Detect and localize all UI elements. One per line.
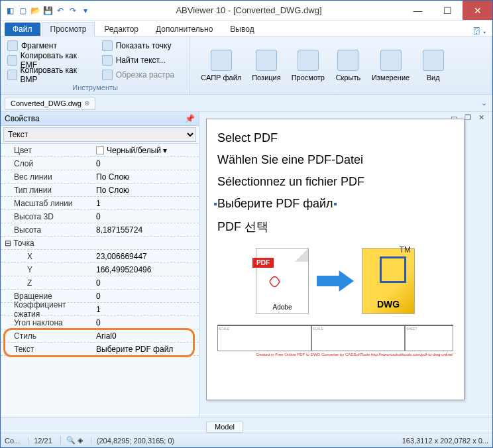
emf-icon (7, 55, 17, 66)
property-row[interactable]: Масштаб линии1 (1, 197, 199, 210)
tab-view[interactable]: Просмотр (42, 22, 95, 36)
dna-icon (211, 50, 232, 71)
tab-file[interactable]: Файл (5, 23, 40, 36)
titlebar: ◧ ▢ 📂 💾 ↶ ↷ ▾ ABViewer 10 - [Converted_D… (1, 1, 492, 21)
target-icon (102, 40, 113, 51)
undo-icon[interactable]: ↶ (55, 5, 66, 16)
drawing-page: Select PDF Wählen Sie eine PDF-Datei Sél… (206, 119, 465, 400)
text-entity[interactable]: Select PDF (217, 131, 453, 145)
tab-extra[interactable]: Дополнительно (148, 23, 221, 36)
status-cmd: Co... (5, 437, 20, 445)
model-tab[interactable]: Model (206, 421, 243, 433)
measure-button[interactable]: Измерение (366, 39, 415, 91)
property-row[interactable]: Вес линииПо Слою (1, 170, 199, 184)
fragment-icon (7, 40, 18, 51)
preview-button[interactable]: Просмотр (286, 39, 330, 91)
status-count: 12/21 (28, 437, 52, 445)
ribbon-tabs: Файл Просмотр Редактор Дополнительно Выв… (1, 21, 492, 36)
title-block: SCALESCALESHEET (217, 325, 453, 351)
help-icon[interactable]: ⍰ ▾ (474, 25, 492, 36)
hide-icon (337, 50, 358, 71)
crop-icon (102, 70, 113, 80)
fragment-button[interactable]: Фрагмент (6, 39, 90, 52)
tab-output[interactable]: Вывод (222, 23, 262, 36)
cad-file-button[interactable]: САПР файл (195, 39, 246, 91)
text-entity[interactable]: PDF 선택 (217, 219, 453, 235)
quick-access-toolbar: ◧ ▢ 📂 💾 ↶ ↷ ▾ (1, 5, 95, 16)
find-icon (102, 55, 113, 66)
close-tab-icon[interactable]: ⊗ (84, 99, 89, 107)
ribbon-group-label: Инструменты (6, 82, 184, 91)
properties-panel: Свойства 📌 Текст ЦветЧерный/белый ▾Слой0… (1, 112, 199, 417)
close-button[interactable]: ✕ (463, 1, 492, 20)
grip-handle[interactable] (213, 202, 217, 206)
property-row[interactable]: Тип линииПо Слою (1, 184, 199, 197)
copy-bmp-button[interactable]: Копировать как BMP (6, 68, 90, 82)
grip-handle[interactable] (333, 202, 337, 206)
position-button[interactable]: Позиция (246, 39, 286, 91)
redo-icon[interactable]: ↷ (68, 5, 78, 16)
drawing-canvas[interactable]: ▭ ❐ ✕ Select PDF Wählen Sie eine PDF-Dat… (199, 112, 492, 417)
expand-icon (423, 50, 444, 71)
properties-header: Свойства 📌 (1, 112, 199, 126)
window-title: ABViewer 10 - [Converted_DWG.dwg] (95, 5, 403, 15)
status-coords: (204,8295; 200,3165; 0) (91, 437, 174, 445)
conversion-graphic: PDF Adobe DWG TM (217, 248, 453, 314)
text-entity[interactable]: Wählen Sie eine PDF-Datei (217, 153, 453, 167)
tab-options-icon[interactable]: ⌄ (481, 99, 492, 107)
property-row[interactable]: ТекстВыберите PDF файл (1, 343, 199, 356)
property-row[interactable]: X23,006669447 (1, 250, 199, 263)
document-tabs: Converted_DWG.dwg ⊗ ⌄ (1, 95, 492, 112)
grid-icon (298, 50, 319, 71)
qat-dropdown-icon[interactable]: ▾ (80, 5, 91, 16)
hide-button[interactable]: Скрыть (330, 39, 366, 91)
status-bar: Co... 12/21 🔍 ◈ (204,8295; 200,3165; 0) … (1, 433, 492, 447)
ruler-icon (380, 50, 402, 71)
trim-raster-button[interactable]: Обрезка растра (101, 68, 185, 82)
status-icons[interactable]: 🔍 ◈ (60, 436, 83, 445)
type-select[interactable]: Текст (3, 127, 196, 142)
property-row[interactable]: Z0 (1, 276, 199, 290)
property-row[interactable]: СтильArial0 (1, 329, 199, 343)
copy-emf-button[interactable]: Копировать как EMF (6, 54, 90, 67)
pdf-file-icon: PDF Adobe (256, 248, 309, 314)
ribbon-group-tools: Фрагмент Копировать как EMF Копировать к… (1, 36, 190, 94)
property-row[interactable]: Высота 3D0 (1, 210, 199, 223)
save-icon[interactable]: 💾 (42, 5, 53, 16)
show-point-button[interactable]: Показать точку (101, 39, 185, 52)
cube-icon[interactable]: ◧ (5, 5, 15, 16)
view-button[interactable]: Вид (415, 39, 451, 91)
document-tab[interactable]: Converted_DWG.dwg ⊗ (5, 97, 95, 110)
dwg-file-icon: DWG (362, 248, 415, 314)
trademark-label: TM (400, 245, 411, 254)
text-entity[interactable]: Sélectionnez un fichier PDF (217, 175, 453, 189)
arrow-icon (317, 268, 354, 294)
property-row[interactable]: Слой0 (1, 157, 199, 170)
bmp-icon (7, 70, 17, 80)
credit-text: Created in Free Online PDF to DWG Conver… (217, 353, 453, 357)
zoom-icon (256, 50, 277, 71)
new-icon[interactable]: ▢ (17, 5, 28, 16)
ribbon-group-view: САПР файл Позиция Просмотр Скрыть Измере… (190, 36, 492, 94)
property-row[interactable]: ЦветЧерный/белый ▾ (1, 144, 199, 157)
point-group[interactable]: ⊟ Точка (1, 237, 199, 250)
property-row[interactable]: Коэффициент сжатия1 (1, 303, 199, 316)
open-icon[interactable]: 📂 (30, 5, 40, 16)
find-text-button[interactable]: Найти текст... (101, 54, 185, 67)
property-row[interactable]: Y166,499520496 (1, 263, 199, 276)
window-buttons: — ☐ ✕ (403, 1, 492, 20)
status-size: 163,3112 x 202,0782 x 0... (402, 437, 488, 445)
property-row[interactable]: Высота8,187155724 (1, 223, 199, 237)
property-grid[interactable]: ЦветЧерный/белый ▾Слой0Вес линииПо СлоюТ… (1, 144, 199, 417)
property-row[interactable]: Угол наклона0 (1, 316, 199, 329)
minimize-button[interactable]: — (403, 1, 433, 20)
pin-icon[interactable]: 📌 (185, 114, 195, 123)
layout-tabs: Model (1, 417, 492, 433)
ribbon: Фрагмент Копировать как EMF Копировать к… (1, 36, 492, 95)
text-entity-selected[interactable]: Выберите PDF файл (217, 197, 333, 211)
workspace: Свойства 📌 Текст ЦветЧерный/белый ▾Слой0… (1, 112, 492, 417)
tab-editor[interactable]: Редактор (96, 23, 146, 36)
maximize-button[interactable]: ☐ (433, 1, 463, 20)
type-selector: Текст (1, 126, 199, 144)
